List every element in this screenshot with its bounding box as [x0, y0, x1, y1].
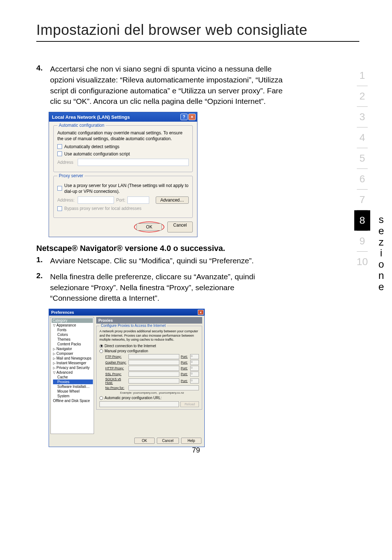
ns-help-button[interactable]: Help: [181, 438, 201, 444]
ns-step-2-num: 2.: [36, 271, 50, 304]
bypass-checkbox[interactable]: [57, 206, 62, 211]
ns-title-text: Preferences: [51, 310, 74, 315]
http-input[interactable]: [128, 366, 179, 371]
tree-cache[interactable]: Cache: [53, 375, 93, 380]
radio-manual[interactable]: [99, 349, 103, 353]
address-label: Address: [57, 160, 75, 165]
ftp-port-input[interactable]: 0: [190, 354, 199, 359]
section-nav-9[interactable]: 9: [354, 231, 370, 251]
ns-step-2-text: Nella finestra delle preferenze, cliccar…: [50, 271, 283, 304]
tree-composer[interactable]: Composer: [53, 351, 93, 356]
noproxy-input[interactable]: [128, 385, 199, 390]
socks-port-input[interactable]: 0: [190, 378, 199, 384]
tree-offline[interactable]: Offline and Disk Space: [53, 398, 93, 403]
radio-direct[interactable]: [99, 344, 103, 348]
gopher-label: Gopher Proxy:: [105, 361, 127, 364]
section-nav-3[interactable]: 3: [354, 107, 370, 127]
section-nav-4[interactable]: 4: [354, 127, 370, 148]
ftp-input[interactable]: [128, 354, 179, 359]
section-nav-8[interactable]: 8: [354, 210, 370, 231]
radio-direct-label: Direct connection to the Internet: [105, 344, 156, 348]
auto-detect-label: Automatically detect settings: [64, 144, 119, 149]
ok-highlight-circle: OK: [134, 222, 164, 232]
netscape-preferences-figure: Preferences × Category Appearance Fonts …: [49, 309, 283, 447]
close-icon[interactable]: ×: [198, 310, 204, 315]
tree-header: Category: [52, 318, 93, 323]
use-script-checkbox[interactable]: [57, 151, 62, 156]
ssl-input[interactable]: [128, 372, 179, 377]
section-nav-10[interactable]: 10: [354, 252, 370, 272]
tree-mouse[interactable]: Mouse Wheel: [53, 389, 93, 394]
step-4-text: Accertarsi che non vi siano segni di spu…: [50, 64, 283, 107]
gopher-input[interactable]: [128, 360, 179, 365]
category-tree[interactable]: Category Appearance Fonts Colors Themes …: [50, 317, 94, 434]
content-area: 4. Accertarsi che non vi siano segni di …: [36, 64, 283, 447]
autoconf-note: Automatic configuration may override man…: [57, 130, 189, 142]
title-rule: [36, 41, 359, 42]
tree-colors[interactable]: Colors: [53, 332, 93, 337]
section-nav-2[interactable]: 2: [354, 86, 370, 106]
page-number: 79: [192, 446, 200, 454]
tree-fonts[interactable]: Fonts: [53, 328, 93, 332]
ns-titlebar: Preferences ×: [49, 309, 204, 316]
tree-content-packs[interactable]: Content Packs: [53, 342, 93, 346]
step-4: 4. Accertarsi che non vi siano segni di …: [36, 64, 283, 107]
http-port-input[interactable]: 0: [190, 366, 199, 371]
reload-button[interactable]: Reload: [180, 401, 199, 407]
tree-appearance[interactable]: Appearance: [53, 323, 93, 328]
ns-ok-button[interactable]: OK: [134, 438, 155, 444]
section-nav-5[interactable]: 5: [354, 148, 370, 169]
step-4-num: 4.: [36, 64, 50, 107]
ssl-port-label: Port:: [181, 372, 189, 376]
section-nav-1[interactable]: 1: [354, 65, 370, 86]
ns-step-2: 2. Nella finestra delle preferenze, clic…: [36, 271, 283, 304]
autoconf-legend: Automatic configuration: [57, 123, 106, 128]
tree-proxies[interactable]: Proxies: [53, 380, 93, 384]
use-proxy-checkbox[interactable]: [57, 186, 62, 191]
ssl-port-input[interactable]: 0: [190, 372, 199, 377]
tree-im[interactable]: Instant Messenger: [53, 361, 93, 365]
noproxy-label: No Proxy for:: [105, 386, 127, 390]
autocfg-input[interactable]: [99, 401, 179, 407]
close-icon[interactable]: ×: [188, 114, 196, 120]
proxy-legend: Proxy server: [57, 173, 85, 178]
port-label: Port:: [116, 198, 125, 203]
ns-fieldset-legend: Configure Proxies to Access the Internet: [99, 324, 167, 328]
section-nav-7[interactable]: 7: [354, 190, 370, 210]
autoconf-fieldset: Automatic configuration Automatic config…: [53, 125, 193, 172]
gopher-port-label: Port:: [181, 361, 189, 364]
ns-cancel-button[interactable]: Cancel: [157, 438, 179, 444]
proxy-fieldset: Proxy server Use a proxy server for your…: [53, 176, 193, 218]
use-script-label: Use automatic configuration script: [64, 151, 130, 157]
bypass-label: Bypass proxy server for local addresses: [64, 206, 142, 211]
ftp-label: FTP Proxy:: [105, 355, 127, 358]
use-proxy-label: Use a proxy server for your LAN (These s…: [64, 183, 189, 194]
proxy-address-label: Address:: [57, 198, 75, 203]
tree-themes[interactable]: Themes: [53, 337, 93, 342]
radio-auto[interactable]: [99, 396, 103, 400]
section-label: sezione: [378, 214, 385, 293]
port-input[interactable]: [127, 196, 149, 204]
advanced-button[interactable]: Advanced…: [156, 196, 189, 204]
tree-advanced[interactable]: Advanced: [53, 370, 93, 375]
help-icon[interactable]: ?: [180, 114, 188, 120]
gopher-port-input[interactable]: 0: [190, 360, 199, 365]
ok-button[interactable]: OK: [136, 223, 162, 231]
address-input[interactable]: [78, 159, 189, 166]
ns-panel-title: Proxies: [96, 317, 202, 324]
section-nav-6[interactable]: 6: [354, 169, 370, 189]
socks-port-label: Port:: [181, 379, 189, 383]
auto-detect-checkbox[interactable]: [57, 144, 62, 149]
lan-titlebar: Local Area Network (LAN) Settings ? ×: [49, 112, 197, 122]
lan-settings-figure: Local Area Network (LAN) Settings ? × Au…: [49, 112, 283, 237]
cancel-button[interactable]: Cancel: [167, 222, 193, 232]
tree-software[interactable]: Software Installati…: [53, 384, 93, 389]
tree-system[interactable]: System: [53, 394, 93, 398]
tree-mail[interactable]: Mail and Newsgroups: [53, 356, 93, 361]
lan-dialog: Local Area Network (LAN) Settings ? × Au…: [49, 112, 197, 237]
tree-navigator[interactable]: Navigator: [53, 346, 93, 351]
ns-step-1-num: 1.: [36, 255, 50, 266]
proxy-address-input[interactable]: [78, 196, 114, 204]
tree-privacy[interactable]: Privacy and Security: [53, 365, 93, 370]
socks-input[interactable]: [128, 378, 179, 384]
